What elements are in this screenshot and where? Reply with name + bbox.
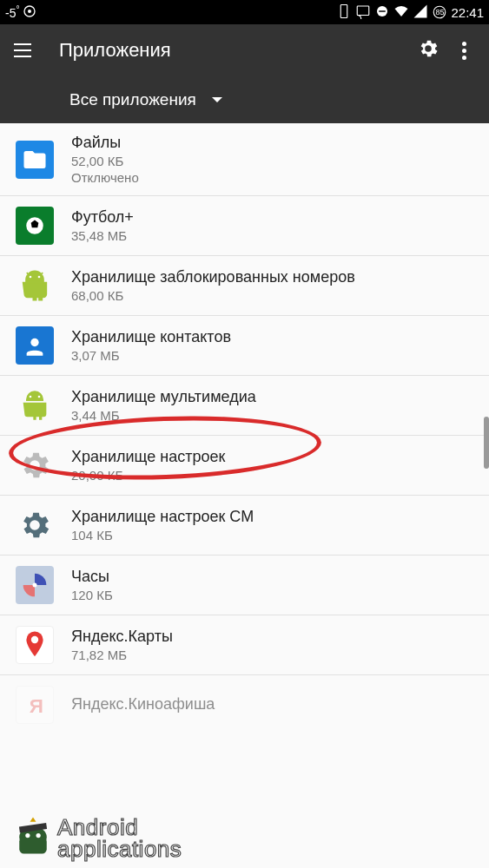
app-bar: Приложения <box>0 24 489 76</box>
app-size: 52,00 КБ <box>71 154 139 168</box>
app-item-yandex-cinema[interactable]: Я Яндекс.Киноафиша <box>0 675 489 734</box>
app-size: 104 КБ <box>71 528 254 542</box>
status-time: 22:41 <box>451 5 484 20</box>
wifi-icon <box>393 3 409 22</box>
svg-point-21 <box>36 833 41 838</box>
dnd-icon <box>374 3 390 22</box>
svg-point-13 <box>38 396 41 398</box>
status-bar: -5° 85 22:41 <box>0 0 489 24</box>
app-size: 68,00 КБ <box>71 288 355 303</box>
svg-point-11 <box>30 339 38 346</box>
chevron-down-icon <box>212 97 222 102</box>
svg-point-10 <box>38 276 41 279</box>
android-icon <box>16 386 54 424</box>
app-size: 3,07 МБ <box>71 348 231 363</box>
app-name: Хранилище заблокированных номеров <box>71 268 355 286</box>
status-temperature: -5° <box>5 4 19 20</box>
app-name: Яндекс.Киноафиша <box>71 695 215 713</box>
svg-point-1 <box>28 10 31 13</box>
svg-rect-5 <box>380 10 387 12</box>
clock-icon <box>16 566 54 604</box>
app-name: Хранилище мультимедиа <box>71 388 256 406</box>
filter-dropdown[interactable]: Все приложения <box>0 76 489 123</box>
app-name: Хранилище настроек <box>71 448 225 466</box>
svg-rect-19 <box>19 837 47 853</box>
app-name: Хранилище контактов <box>71 328 231 346</box>
signal-icon <box>413 3 428 22</box>
svg-point-16 <box>31 636 38 643</box>
gear-gray-icon <box>16 446 54 484</box>
app-name: Яндекс.Карты <box>71 628 173 646</box>
folder-icon <box>16 141 54 179</box>
battery-icon: 85 <box>432 4 447 20</box>
app-size: 120 КБ <box>71 588 113 602</box>
page-title: Приложения <box>59 39 403 62</box>
app-name: Файлы <box>71 134 139 152</box>
app-size: 3,44 МБ <box>71 408 256 423</box>
menu-icon[interactable] <box>14 40 35 61</box>
yandex-pin-icon <box>16 626 54 664</box>
android-icon <box>16 266 54 305</box>
svg-point-20 <box>25 833 30 838</box>
app-size: 20,00 КБ <box>71 468 225 483</box>
app-item-football[interactable]: Футбол+ 35,48 МБ <box>0 196 489 256</box>
app-item-contacts-storage[interactable]: Хранилище контактов 3,07 МБ <box>0 316 489 376</box>
app-item-clock[interactable]: Часы 120 КБ <box>0 556 489 615</box>
app-name: Футбол+ <box>71 208 134 227</box>
app-item-yandex-maps[interactable]: Яндекс.Карты 71,82 МБ <box>0 615 489 675</box>
app-item-media-storage[interactable]: Хранилище мультимедиа 3,44 МБ <box>0 376 489 436</box>
app-item-settings-storage[interactable]: Хранилище настроек 20,00 КБ <box>0 436 489 496</box>
svg-rect-2 <box>341 4 348 17</box>
football-icon <box>16 207 54 245</box>
phone-icon <box>336 3 352 22</box>
app-status: Отключено <box>71 170 139 185</box>
svg-text:Я: Я <box>30 695 43 717</box>
filter-label: Все приложения <box>69 90 196 109</box>
scrollbar-thumb[interactable] <box>484 417 489 469</box>
pirate-droid-icon <box>9 814 57 863</box>
spinner-icon <box>23 4 36 21</box>
svg-rect-3 <box>358 6 370 16</box>
yandex-y-icon: Я <box>16 686 54 724</box>
svg-point-12 <box>30 396 32 398</box>
app-item-cm-settings-storage[interactable]: Хранилище настроек CM 104 КБ <box>0 496 489 556</box>
cast-icon <box>355 3 371 22</box>
watermark: Android applications <box>9 814 182 863</box>
contacts-icon <box>16 326 54 365</box>
svg-point-15 <box>33 583 37 588</box>
app-item-files[interactable]: Файлы 52,00 КБ Отключено <box>0 123 489 196</box>
app-item-blocked-storage[interactable]: Хранилище заблокированных номеров 68,00 … <box>0 256 489 316</box>
app-size: 35,48 МБ <box>71 228 134 243</box>
settings-icon[interactable] <box>417 37 439 63</box>
watermark-line2: applications <box>57 838 182 860</box>
app-name: Хранилище настроек CM <box>71 508 254 526</box>
app-name: Часы <box>71 568 113 586</box>
overflow-icon[interactable] <box>453 36 475 65</box>
app-list: Файлы 52,00 КБ Отключено Футбол+ 35,48 М… <box>0 123 489 734</box>
gear-dark-icon <box>16 506 54 544</box>
app-size: 71,82 МБ <box>71 648 173 662</box>
svg-point-9 <box>30 276 32 279</box>
